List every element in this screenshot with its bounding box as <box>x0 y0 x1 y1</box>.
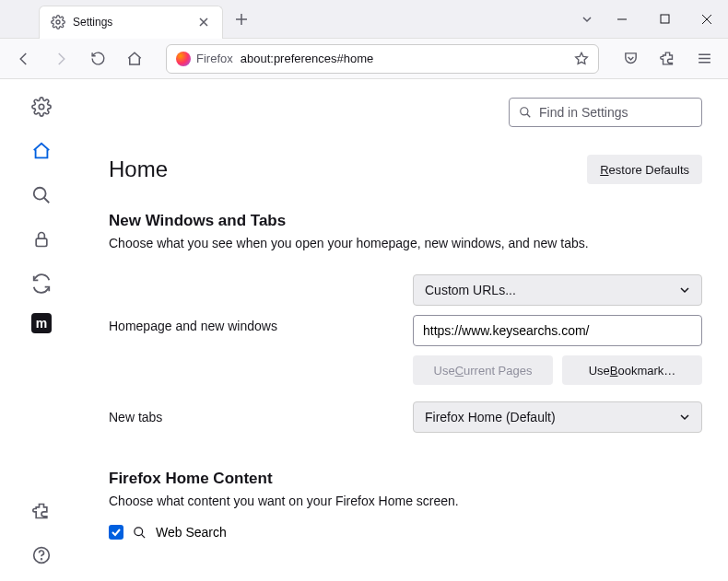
svg-point-2 <box>39 104 44 110</box>
new-tab-button[interactable] <box>229 6 254 32</box>
page-title: Home <box>109 157 168 182</box>
search-placeholder: Find in Settings <box>539 105 628 120</box>
sidebar-item-general[interactable] <box>23 88 60 125</box>
sidebar-item-help[interactable] <box>23 537 60 574</box>
identity-label: Firefox <box>196 52 233 65</box>
section-title-home-content: Firefox Home Content <box>109 470 702 488</box>
section-desc-home-content: Choose what content you want on your Fir… <box>109 494 702 508</box>
settings-search-input[interactable]: Find in Settings <box>509 98 702 127</box>
tabs-dropdown-button[interactable] <box>573 14 601 25</box>
newtabs-label: New tabs <box>109 410 413 424</box>
svg-point-8 <box>135 527 143 535</box>
search-icon <box>133 526 147 540</box>
sidebar-item-search[interactable] <box>23 177 60 214</box>
maximize-button[interactable] <box>643 0 686 39</box>
use-current-pages-button[interactable]: Use Current Pages <box>413 355 553 385</box>
home-button[interactable] <box>120 44 149 74</box>
content-area: m Find in Settings Home Restore Defaults… <box>0 79 728 581</box>
nav-toolbar: Firefox about:preferences#home <box>0 39 728 79</box>
minimize-button[interactable] <box>601 0 643 39</box>
svg-point-3 <box>34 188 46 200</box>
url-text: about:preferences#home <box>241 52 567 65</box>
svg-point-7 <box>521 108 528 115</box>
chevron-down-icon <box>679 285 690 296</box>
titlebar: Settings <box>0 0 728 39</box>
sidebar-item-privacy[interactable] <box>23 221 60 258</box>
svg-point-6 <box>41 559 42 560</box>
search-icon <box>519 106 532 119</box>
homepage-mode-select[interactable]: Custom URLs... <box>413 274 702 306</box>
back-button[interactable] <box>9 44 39 74</box>
bookmark-star-icon[interactable] <box>574 52 589 66</box>
app-menu-button[interactable] <box>689 44 719 74</box>
settings-main: Find in Settings Home Restore Defaults N… <box>83 79 728 581</box>
browser-tab[interactable]: Settings <box>39 6 223 39</box>
restore-defaults-button[interactable]: Restore Defaults <box>587 155 702 184</box>
settings-sidebar: m <box>0 79 83 581</box>
homepage-label: Homepage and new windows <box>109 274 413 333</box>
sidebar-item-more[interactable]: m <box>31 313 52 333</box>
tab-title: Settings <box>73 16 189 29</box>
sidebar-item-sync[interactable] <box>23 265 60 302</box>
web-search-label: Web Search <box>156 525 227 540</box>
sidebar-item-extensions[interactable] <box>23 493 60 529</box>
section-desc-new-windows: Choose what you see when you open your h… <box>109 236 702 250</box>
use-bookmark-button[interactable]: Use Bookmark… <box>562 355 702 385</box>
reload-button[interactable] <box>83 44 112 74</box>
url-bar[interactable]: Firefox about:preferences#home <box>166 44 599 74</box>
web-search-checkbox[interactable] <box>109 525 123 540</box>
newtabs-select[interactable]: Firefox Home (Default) <box>413 401 702 433</box>
close-window-button[interactable] <box>686 0 728 39</box>
gear-icon <box>51 15 65 29</box>
firefox-logo-icon <box>176 52 191 66</box>
svg-rect-4 <box>36 238 47 246</box>
forward-button[interactable] <box>46 44 76 74</box>
close-icon[interactable] <box>196 15 211 29</box>
identity-box[interactable]: Firefox <box>176 52 233 66</box>
pocket-button[interactable] <box>616 44 645 74</box>
sidebar-item-home[interactable] <box>23 133 60 169</box>
homepage-url-input[interactable] <box>413 315 702 346</box>
section-title-new-windows: New Windows and Tabs <box>109 212 702 230</box>
svg-point-0 <box>56 20 60 24</box>
svg-rect-1 <box>661 15 669 23</box>
chevron-down-icon <box>679 412 690 423</box>
extensions-button[interactable] <box>652 44 682 74</box>
